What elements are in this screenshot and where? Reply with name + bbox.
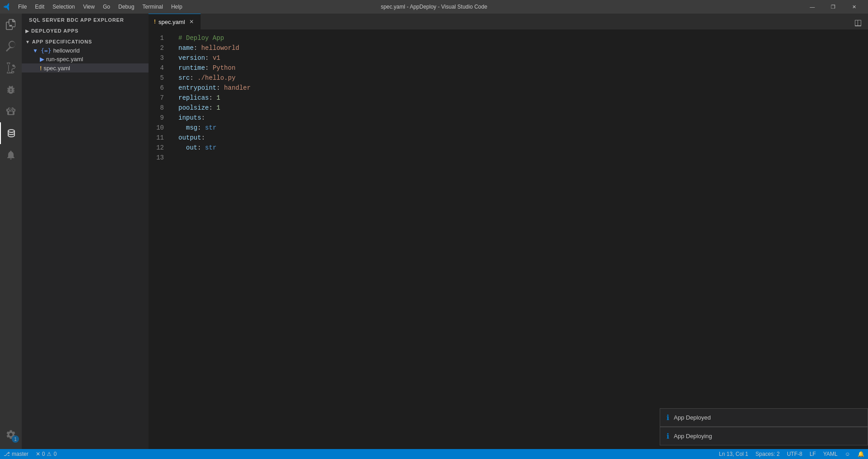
editor-area: ! spec.yaml ✕ 1 2 3 4 5 6 7: [149, 14, 868, 449]
notification-deploying-text: App Deploying: [674, 433, 861, 440]
code-line-10: msg: str: [178, 123, 868, 133]
spec-file-icon: !: [40, 65, 42, 72]
activity-debug[interactable]: [0, 79, 22, 101]
ln-13: 13: [149, 153, 168, 163]
folder-icon: ▼: [33, 48, 38, 54]
status-position: Ln 13, Col 1: [719, 451, 748, 457]
minimize-button[interactable]: —: [802, 0, 823, 14]
info-icon-deployed: ℹ: [667, 413, 669, 422]
activity-settings[interactable]: 1: [0, 424, 22, 445]
ln-2: 2: [149, 43, 168, 53]
activity-source-control[interactable]: [0, 57, 22, 79]
ln-7: 7: [149, 93, 168, 103]
activity-extensions[interactable]: [0, 101, 22, 122]
code-line-3: version: v1: [178, 53, 868, 63]
code-line-11: output:: [178, 133, 868, 143]
status-errors[interactable]: ✕ 0 ⚠ 0: [32, 449, 60, 459]
split-editor-button[interactable]: [852, 17, 864, 29]
tab-close-button[interactable]: ✕: [188, 18, 195, 25]
status-branch[interactable]: ⎇ master: [0, 449, 32, 459]
status-eol[interactable]: LF: [806, 449, 820, 459]
info-icon-deploying: ℹ: [667, 432, 669, 440]
notification-app-deploying: ℹ App Deploying: [660, 427, 868, 445]
ln-5: 5: [149, 73, 168, 83]
ln-3: 3: [149, 53, 168, 63]
status-spaces[interactable]: Spaces: 2: [752, 449, 783, 459]
status-bar-left: ⎇ master ✕ 0 ⚠ 0: [0, 449, 60, 459]
status-encoding[interactable]: UTF-8: [783, 449, 806, 459]
code-line-6: entrypoint: handler: [178, 83, 868, 93]
vscode-logo-icon: [4, 3, 11, 10]
tree-label-spec-yaml: spec.yaml: [43, 65, 70, 72]
ln-6: 6: [149, 83, 168, 93]
deployed-apps-label: DEPLOYED APPS: [31, 28, 79, 34]
activity-explorer[interactable]: [0, 14, 22, 35]
app-specifications-header[interactable]: ▼ APP SPECIFICATIONS: [22, 37, 149, 46]
status-bar: ⎇ master ✕ 0 ⚠ 0 Ln 13, Col 1 Spaces: 2 …: [0, 449, 868, 459]
code-content[interactable]: # Deploy App name: helloworld version: v…: [171, 29, 868, 449]
tree-item-run-spec[interactable]: ▶ run-spec.yaml: [22, 55, 149, 63]
activity-search[interactable]: [0, 35, 22, 57]
ln-12: 12: [149, 143, 168, 153]
sidebar: SQL SERVER BDC APP EXPLORER ▶ DEPLOYED A…: [22, 14, 149, 449]
menu-selection[interactable]: Selection: [49, 3, 78, 11]
tab-bar-actions: [852, 17, 868, 29]
menu-view[interactable]: View: [79, 3, 98, 11]
menu-edit[interactable]: Edit: [31, 3, 48, 11]
window-controls[interactable]: — ❐ ✕: [802, 0, 864, 14]
tab-spec-yaml[interactable]: ! spec.yaml ✕: [149, 14, 201, 29]
status-language-label: YAML: [823, 451, 838, 457]
open-changes-button[interactable]: [138, 64, 145, 72]
status-ln-col[interactable]: Ln 13, Col 1: [715, 449, 752, 459]
activity-database[interactable]: [0, 122, 22, 144]
tree-label-helloworld: helloworld: [53, 47, 80, 54]
warning-count: 0: [53, 451, 57, 457]
deployed-apps-chevron: ▶: [25, 29, 29, 34]
status-feedback[interactable]: ☺: [841, 449, 854, 459]
tree-item-spec-yaml[interactable]: ! spec.yaml: [22, 63, 149, 72]
code-line-12: out: str: [178, 143, 868, 153]
ln-4: 4: [149, 63, 168, 73]
menu-file[interactable]: File: [14, 3, 30, 11]
notification-app-deployed: ℹ App Deployed: [660, 408, 868, 427]
tree-label-run-spec: run-spec.yaml: [46, 56, 83, 63]
code-editor[interactable]: 1 2 3 4 5 6 7 8 9 10 11 12 13 # Deploy A…: [149, 29, 868, 449]
status-encoding-label: UTF-8: [787, 451, 802, 457]
error-count: 0: [42, 451, 45, 457]
code-line-5: src: ./hello.py: [178, 73, 868, 83]
sidebar-header: SQL SERVER BDC APP EXPLORER: [22, 14, 149, 26]
app-specifications-label: APP SPECIFICATIONS: [32, 39, 92, 44]
menu-go[interactable]: Go: [99, 3, 114, 11]
titlebar-menu[interactable]: File Edit Selection View Go Debug Termin…: [14, 3, 186, 11]
app-specifications-section: ▼ APP SPECIFICATIONS ▼ {=} helloworld ▶ …: [22, 37, 149, 72]
status-language[interactable]: YAML: [820, 449, 841, 459]
ln-11: 11: [149, 133, 168, 143]
bell-icon: 🔔: [858, 451, 864, 457]
code-line-4: runtime: Python: [178, 63, 868, 73]
activity-bottom: 1: [0, 424, 22, 449]
deployed-apps-section: ▶ DEPLOYED APPS: [22, 26, 149, 35]
status-notifications[interactable]: 🔔: [854, 449, 868, 459]
ln-9: 9: [149, 113, 168, 123]
ln-1: 1: [149, 33, 168, 43]
notifications-area: ℹ App Deployed ℹ App Deploying: [660, 408, 868, 445]
titlebar-left: File Edit Selection View Go Debug Termin…: [4, 3, 186, 11]
status-bar-right: Ln 13, Col 1 Spaces: 2 UTF-8 LF YAML ☺ 🔔: [715, 449, 868, 459]
activity-notifications[interactable]: [0, 144, 22, 166]
code-line-13: [178, 153, 868, 163]
main-layout: 1 SQL SERVER BDC APP EXPLORER ▶ DEPLOYED…: [0, 14, 868, 449]
tree-item-helloworld[interactable]: ▼ {=} helloworld: [22, 46, 149, 55]
close-button[interactable]: ✕: [844, 0, 864, 14]
warning-icon: ⚠: [47, 451, 52, 457]
menu-debug[interactable]: Debug: [115, 3, 138, 11]
menu-help[interactable]: Help: [168, 3, 186, 11]
status-branch-label: master: [12, 451, 29, 457]
deployed-apps-header[interactable]: ▶ DEPLOYED APPS: [22, 26, 149, 35]
folder-icon-bracket: {=}: [41, 47, 51, 54]
maximize-button[interactable]: ❐: [823, 0, 844, 14]
activity-bar: 1: [0, 14, 22, 449]
error-icon: ✕: [36, 451, 40, 457]
window-title: spec.yaml - AppDeploy - Visual Studio Co…: [381, 4, 487, 10]
code-line-7: replicas: 1: [178, 93, 868, 103]
menu-terminal[interactable]: Terminal: [139, 3, 167, 11]
